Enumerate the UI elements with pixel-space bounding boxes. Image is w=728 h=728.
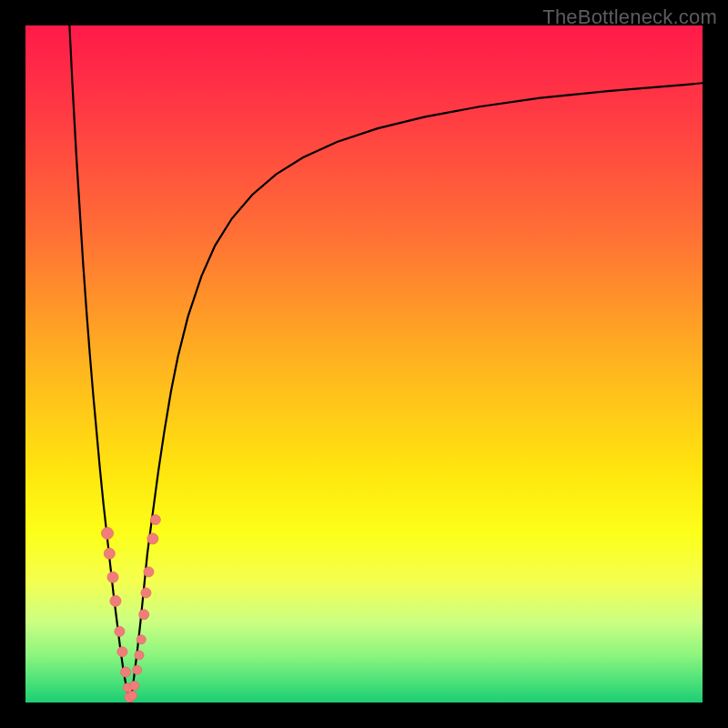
data-marker: [150, 515, 160, 525]
chart-svg: [25, 25, 703, 703]
data-marker: [110, 595, 121, 606]
data-marker: [128, 692, 137, 701]
data-marker: [141, 588, 151, 598]
data-marker: [136, 635, 146, 644]
data-marker: [102, 528, 114, 540]
data-marker: [133, 665, 142, 674]
data-marker: [115, 626, 125, 636]
data-marker: [147, 533, 158, 544]
data-marker: [121, 667, 131, 677]
data-marker: [144, 567, 154, 577]
data-marker: [117, 647, 127, 657]
data-marker: [139, 610, 149, 620]
watermark-text: TheBottleneck.com: [542, 5, 717, 29]
chart-frame: [25, 25, 703, 703]
data-marker: [107, 571, 118, 582]
data-marker: [104, 548, 115, 559]
gradient-bg: [25, 25, 703, 703]
data-marker: [130, 681, 139, 690]
data-marker: [135, 651, 144, 660]
